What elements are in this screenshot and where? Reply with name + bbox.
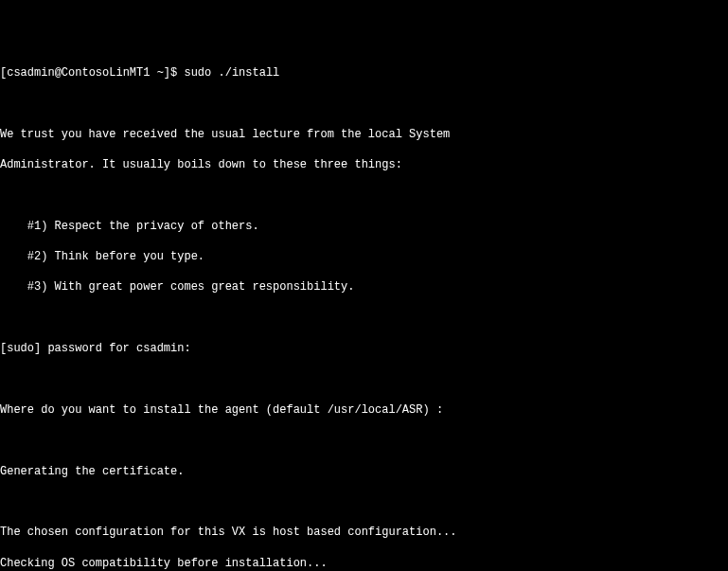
sudo-rule-3: #3) With great power comes great respons… [0,279,728,294]
blank-line [0,372,728,387]
sudo-lecture-line1: We trust you have received the usual lec… [0,127,728,142]
config-line-2: Checking OS compatibility before install… [0,556,728,571]
sudo-rule-2: #2) Think before you type. [0,249,728,264]
command-text: sudo ./install [184,66,279,80]
blank-line [0,433,728,448]
sudo-lecture-line2: Administrator. It usually boils down to … [0,157,728,172]
blank-line [0,96,728,111]
blank-line [0,187,728,203]
certificate-line: Generating the certificate. [0,464,728,479]
sudo-password-prompt[interactable]: [sudo] password for csadmin: [0,341,728,356]
install-location-prompt[interactable]: Where do you want to install the agent (… [0,402,728,418]
blank-line [0,494,728,509]
blank-line [0,311,728,326]
shell-prompt: [csadmin@ContosoLinMT1 ~]$ sudo ./instal… [0,65,728,80]
sudo-rule-1: #1) Respect the privacy of others. [0,219,728,234]
config-line-1: The chosen configuration for this VX is … [0,525,728,540]
